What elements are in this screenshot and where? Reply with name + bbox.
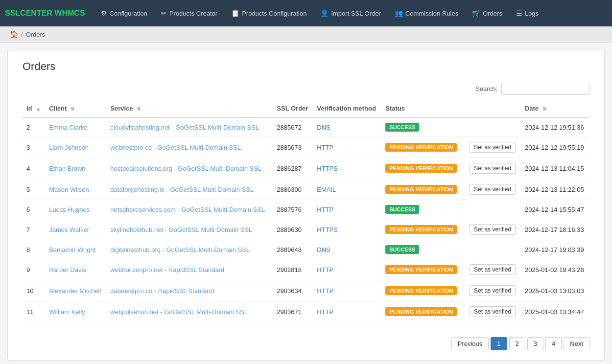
service-link[interactable]: cloudvistahosting.net - GoGetSSL Multi-D… bbox=[110, 124, 259, 131]
col-date[interactable]: Date ⇅ bbox=[521, 100, 589, 117]
nav-icon-6: ☰ bbox=[516, 9, 522, 17]
client-link[interactable]: Alexander Mitchell bbox=[49, 287, 101, 295]
status-badge-pending: PENDING VERIFICATION bbox=[385, 265, 457, 274]
status-badge-pending: PENDING VERIFICATION bbox=[385, 286, 457, 295]
page-button-4[interactable]: 4 bbox=[545, 337, 562, 350]
nav-item-commission-rules[interactable]: 👥Commission Rules bbox=[389, 6, 464, 20]
table-row: 5 Mason Wilson dataforgehosting.io - GoG… bbox=[23, 179, 589, 200]
service-link[interactable]: datanestpro.co - RapidSSL Standard bbox=[110, 287, 214, 295]
client-link[interactable]: James Walker bbox=[49, 226, 89, 233]
previous-button[interactable]: Previous bbox=[451, 337, 489, 350]
client-link[interactable]: Benjamin Wright bbox=[49, 246, 95, 253]
service-link[interactable]: skylinehosthub.net - GoGetSSL Multi-Doma… bbox=[110, 226, 252, 233]
verification-method: HTTPS bbox=[317, 165, 338, 172]
next-button[interactable]: Next bbox=[564, 337, 589, 350]
col-ssl-order: SSL Order bbox=[273, 100, 313, 117]
search-label: Search: bbox=[475, 85, 497, 92]
verification-method: DNS bbox=[317, 124, 330, 131]
nav-label-6: Logs bbox=[525, 10, 539, 17]
cell-verification: HTTPS bbox=[313, 158, 381, 179]
cell-service: webpulsehub.net - GoGetSSL Multi-Domain … bbox=[106, 301, 273, 322]
cell-date: 2024-12-17 18:16:33 bbox=[521, 219, 589, 240]
nav-item-configuration[interactable]: ⚙Configuration bbox=[95, 6, 153, 20]
cell-id: 2 bbox=[23, 117, 45, 137]
table-body: 2 Emma Clarke cloudvistahosting.net - Go… bbox=[23, 117, 589, 322]
cell-id: 6 bbox=[23, 200, 45, 219]
status-badge-success: SUCCESS bbox=[385, 205, 419, 214]
page-button-1[interactable]: 1 bbox=[491, 337, 507, 350]
cell-status: PENDING VERIFICATION bbox=[381, 158, 463, 179]
cell-ssl-order: 2885673 bbox=[273, 137, 313, 158]
search-input[interactable] bbox=[501, 83, 589, 95]
set-as-verified-button[interactable]: Set as verified bbox=[470, 224, 516, 235]
cell-status: SUCCESS bbox=[381, 117, 463, 137]
cell-client: Ethan Brown bbox=[45, 158, 106, 179]
cell-status: PENDING VERIFICATION bbox=[381, 259, 463, 280]
nav-item-products-configuration[interactable]: 📋Products Configuration bbox=[225, 6, 312, 20]
cell-ssl-order: 2903671 bbox=[273, 301, 313, 322]
verification-method: HTTP bbox=[317, 308, 333, 316]
verification-method: EMAIL bbox=[317, 186, 336, 193]
service-link[interactable]: netsphereservices.com - GoGetSSL Multi-D… bbox=[110, 206, 265, 213]
table-row: 4 Ethan Brown hostpeaksolutions.org - Go… bbox=[23, 158, 589, 179]
service-link[interactable]: webnestpro.co - GoGetSSL Multi-Domain SS… bbox=[110, 144, 241, 151]
brand: SSLCENTER WHMCS bbox=[5, 9, 85, 18]
status-badge-success: SUCCESS bbox=[385, 245, 419, 254]
client-link[interactable]: Emma Clarke bbox=[49, 124, 88, 131]
col-service[interactable]: Service ⇅ bbox=[106, 100, 273, 117]
nav-item-products-creator[interactable]: ✏Products Creator bbox=[155, 6, 223, 20]
set-as-verified-button[interactable]: Set as verified bbox=[470, 142, 516, 153]
cell-ssl-order: 2889630 bbox=[273, 219, 313, 240]
cell-date: 2025-01-03 13:03:03 bbox=[521, 280, 589, 301]
service-link[interactable]: webhorizonpro.net - RapidSSL Standard bbox=[110, 266, 224, 273]
cell-id: 8 bbox=[23, 240, 45, 259]
cell-action bbox=[463, 200, 521, 219]
service-link[interactable]: hostpeaksolutions.org - GoGetSSL Multi-D… bbox=[110, 165, 261, 172]
client-link[interactable]: William Kelly bbox=[49, 308, 85, 316]
service-link[interactable]: webpulsehub.net - GoGetSSL Multi-Domain … bbox=[110, 308, 248, 316]
client-link[interactable]: Harper Davis bbox=[49, 266, 86, 273]
verification-method: HTTP bbox=[317, 266, 333, 273]
home-icon[interactable]: 🏠 bbox=[10, 30, 18, 38]
cell-verification: HTTPS bbox=[313, 219, 381, 240]
set-as-verified-button[interactable]: Set as verified bbox=[470, 163, 516, 174]
cell-ssl-order: 2887576 bbox=[273, 200, 313, 219]
nav-item-import-ssl-order[interactable]: 👤Import SSL Order bbox=[314, 6, 386, 20]
page-button-3[interactable]: 3 bbox=[527, 337, 543, 350]
nav-label-4: Commission Rules bbox=[405, 10, 458, 17]
cell-action: Set as verified bbox=[463, 179, 521, 200]
cell-client: Emma Clarke bbox=[45, 117, 106, 137]
cell-action bbox=[463, 240, 521, 259]
col-id[interactable]: Id ▲ bbox=[23, 100, 45, 117]
client-link[interactable]: Ethan Brown bbox=[49, 165, 85, 172]
set-as-verified-button[interactable]: Set as verified bbox=[470, 184, 516, 195]
cell-service: hostpeaksolutions.org - GoGetSSL Multi-D… bbox=[106, 158, 273, 179]
service-link[interactable]: dataforgehosting.io - GoGetSSL Multi-Dom… bbox=[110, 186, 254, 193]
service-link[interactable]: digitalnesthub.org - GoGetSSL Multi-Doma… bbox=[110, 246, 250, 253]
client-link[interactable]: Liam Johnson bbox=[49, 144, 89, 151]
col-action bbox=[463, 100, 521, 117]
pagination-bar: Previous 1234Next bbox=[23, 332, 589, 350]
cell-client: William Kelly bbox=[45, 301, 106, 322]
table-row: 7 James Walker skylinehosthub.net - GoGe… bbox=[23, 219, 589, 240]
verification-method: DNS bbox=[317, 246, 330, 253]
cell-client: Harper Davis bbox=[45, 259, 106, 280]
cell-action: Set as verified bbox=[463, 137, 521, 158]
client-link[interactable]: Lucas Hughes bbox=[49, 206, 90, 213]
breadcrumb-separator: / bbox=[21, 31, 23, 38]
set-as-verified-button[interactable]: Set as verified bbox=[470, 306, 516, 317]
cell-action: Set as verified bbox=[463, 219, 521, 240]
set-as-verified-button[interactable]: Set as verified bbox=[470, 285, 516, 296]
client-link[interactable]: Mason Wilson bbox=[49, 186, 89, 193]
nav-item-orders[interactable]: 🛒Orders bbox=[466, 6, 508, 20]
cell-id: 4 bbox=[23, 158, 45, 179]
cell-verification: HTTP bbox=[313, 280, 381, 301]
set-as-verified-button[interactable]: Set as verified bbox=[470, 264, 516, 275]
breadcrumb-current: Orders bbox=[26, 31, 46, 38]
col-client[interactable]: Client ⇅ bbox=[45, 100, 106, 117]
cell-service: netsphereservices.com - GoGetSSL Multi-D… bbox=[106, 200, 273, 219]
nav-item-logs[interactable]: ☰Logs bbox=[510, 6, 544, 20]
status-badge-pending: PENDING VERIFICATION bbox=[385, 143, 457, 152]
cell-date: 2024-12-17 19:03:39 bbox=[521, 240, 589, 259]
page-button-2[interactable]: 2 bbox=[509, 337, 525, 350]
